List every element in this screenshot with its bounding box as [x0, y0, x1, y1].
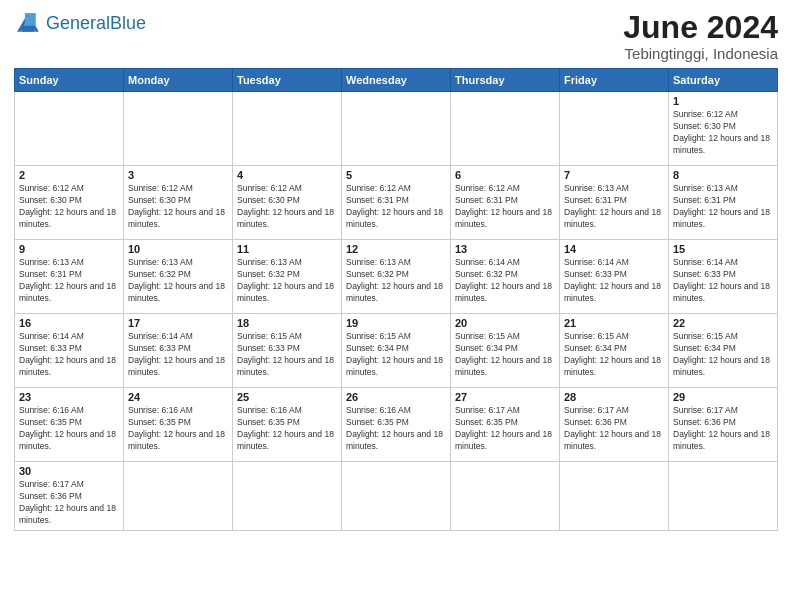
table-row: 1Sunrise: 6:12 AMSunset: 6:30 PMDaylight…	[669, 92, 778, 166]
day-info: Sunrise: 6:14 AMSunset: 6:33 PMDaylight:…	[128, 331, 228, 379]
day-number: 27	[455, 391, 555, 403]
title-block: June 2024 Tebingtinggi, Indonesia	[623, 10, 778, 62]
table-row: 7Sunrise: 6:13 AMSunset: 6:31 PMDaylight…	[560, 166, 669, 240]
table-row	[560, 462, 669, 531]
table-row: 30Sunrise: 6:17 AMSunset: 6:36 PMDayligh…	[15, 462, 124, 531]
table-row: 9Sunrise: 6:13 AMSunset: 6:31 PMDaylight…	[15, 240, 124, 314]
table-row: 8Sunrise: 6:13 AMSunset: 6:31 PMDaylight…	[669, 166, 778, 240]
day-number: 1	[673, 95, 773, 107]
day-number: 22	[673, 317, 773, 329]
day-info: Sunrise: 6:15 AMSunset: 6:34 PMDaylight:…	[455, 331, 555, 379]
day-info: Sunrise: 6:15 AMSunset: 6:34 PMDaylight:…	[346, 331, 446, 379]
svg-rect-2	[22, 26, 34, 32]
day-info: Sunrise: 6:16 AMSunset: 6:35 PMDaylight:…	[128, 405, 228, 453]
day-number: 21	[564, 317, 664, 329]
day-number: 9	[19, 243, 119, 255]
table-row: 19Sunrise: 6:15 AMSunset: 6:34 PMDayligh…	[342, 314, 451, 388]
day-number: 8	[673, 169, 773, 181]
header-friday: Friday	[560, 69, 669, 92]
table-row: 10Sunrise: 6:13 AMSunset: 6:32 PMDayligh…	[124, 240, 233, 314]
calendar-table: Sunday Monday Tuesday Wednesday Thursday…	[14, 68, 778, 531]
table-row: 28Sunrise: 6:17 AMSunset: 6:36 PMDayligh…	[560, 388, 669, 462]
logo-blue: Blue	[110, 13, 146, 33]
day-info: Sunrise: 6:14 AMSunset: 6:33 PMDaylight:…	[19, 331, 119, 379]
day-number: 15	[673, 243, 773, 255]
day-number: 18	[237, 317, 337, 329]
header-thursday: Thursday	[451, 69, 560, 92]
day-info: Sunrise: 6:13 AMSunset: 6:32 PMDaylight:…	[346, 257, 446, 305]
logo: GeneralBlue	[14, 10, 146, 38]
header-tuesday: Tuesday	[233, 69, 342, 92]
day-info: Sunrise: 6:17 AMSunset: 6:35 PMDaylight:…	[455, 405, 555, 453]
day-number: 16	[19, 317, 119, 329]
calendar-week-row: 23Sunrise: 6:16 AMSunset: 6:35 PMDayligh…	[15, 388, 778, 462]
day-info: Sunrise: 6:13 AMSunset: 6:31 PMDaylight:…	[564, 183, 664, 231]
table-row: 24Sunrise: 6:16 AMSunset: 6:35 PMDayligh…	[124, 388, 233, 462]
table-row: 29Sunrise: 6:17 AMSunset: 6:36 PMDayligh…	[669, 388, 778, 462]
day-number: 2	[19, 169, 119, 181]
table-row: 14Sunrise: 6:14 AMSunset: 6:33 PMDayligh…	[560, 240, 669, 314]
table-row: 25Sunrise: 6:16 AMSunset: 6:35 PMDayligh…	[233, 388, 342, 462]
calendar-week-row: 1Sunrise: 6:12 AMSunset: 6:30 PMDaylight…	[15, 92, 778, 166]
table-row: 3Sunrise: 6:12 AMSunset: 6:30 PMDaylight…	[124, 166, 233, 240]
calendar-subtitle: Tebingtinggi, Indonesia	[623, 45, 778, 62]
day-info: Sunrise: 6:12 AMSunset: 6:30 PMDaylight:…	[128, 183, 228, 231]
table-row: 27Sunrise: 6:17 AMSunset: 6:35 PMDayligh…	[451, 388, 560, 462]
table-row: 23Sunrise: 6:16 AMSunset: 6:35 PMDayligh…	[15, 388, 124, 462]
day-info: Sunrise: 6:14 AMSunset: 6:33 PMDaylight:…	[673, 257, 773, 305]
table-row: 15Sunrise: 6:14 AMSunset: 6:33 PMDayligh…	[669, 240, 778, 314]
table-row	[124, 462, 233, 531]
day-info: Sunrise: 6:16 AMSunset: 6:35 PMDaylight:…	[237, 405, 337, 453]
page: GeneralBlue June 2024 Tebingtinggi, Indo…	[0, 0, 792, 541]
header-sunday: Sunday	[15, 69, 124, 92]
table-row: 26Sunrise: 6:16 AMSunset: 6:35 PMDayligh…	[342, 388, 451, 462]
day-number: 25	[237, 391, 337, 403]
logo-general: General	[46, 13, 110, 33]
day-info: Sunrise: 6:15 AMSunset: 6:34 PMDaylight:…	[564, 331, 664, 379]
svg-marker-3	[25, 13, 36, 25]
calendar-week-row: 30Sunrise: 6:17 AMSunset: 6:36 PMDayligh…	[15, 462, 778, 531]
day-number: 14	[564, 243, 664, 255]
calendar-week-row: 2Sunrise: 6:12 AMSunset: 6:30 PMDaylight…	[15, 166, 778, 240]
day-info: Sunrise: 6:17 AMSunset: 6:36 PMDaylight:…	[673, 405, 773, 453]
day-number: 12	[346, 243, 446, 255]
day-info: Sunrise: 6:14 AMSunset: 6:32 PMDaylight:…	[455, 257, 555, 305]
day-number: 20	[455, 317, 555, 329]
calendar-title: June 2024	[623, 10, 778, 45]
day-info: Sunrise: 6:13 AMSunset: 6:31 PMDaylight:…	[19, 257, 119, 305]
day-number: 6	[455, 169, 555, 181]
day-info: Sunrise: 6:12 AMSunset: 6:30 PMDaylight:…	[19, 183, 119, 231]
day-info: Sunrise: 6:17 AMSunset: 6:36 PMDaylight:…	[19, 479, 119, 527]
day-number: 7	[564, 169, 664, 181]
table-row: 2Sunrise: 6:12 AMSunset: 6:30 PMDaylight…	[15, 166, 124, 240]
table-row	[124, 92, 233, 166]
day-info: Sunrise: 6:12 AMSunset: 6:31 PMDaylight:…	[455, 183, 555, 231]
table-row: 22Sunrise: 6:15 AMSunset: 6:34 PMDayligh…	[669, 314, 778, 388]
table-row: 17Sunrise: 6:14 AMSunset: 6:33 PMDayligh…	[124, 314, 233, 388]
header-wednesday: Wednesday	[342, 69, 451, 92]
calendar-header-row: Sunday Monday Tuesday Wednesday Thursday…	[15, 69, 778, 92]
day-number: 23	[19, 391, 119, 403]
day-number: 5	[346, 169, 446, 181]
table-row: 12Sunrise: 6:13 AMSunset: 6:32 PMDayligh…	[342, 240, 451, 314]
table-row	[560, 92, 669, 166]
table-row: 16Sunrise: 6:14 AMSunset: 6:33 PMDayligh…	[15, 314, 124, 388]
table-row	[233, 92, 342, 166]
day-number: 28	[564, 391, 664, 403]
day-number: 19	[346, 317, 446, 329]
table-row: 20Sunrise: 6:15 AMSunset: 6:34 PMDayligh…	[451, 314, 560, 388]
day-number: 11	[237, 243, 337, 255]
day-info: Sunrise: 6:16 AMSunset: 6:35 PMDaylight:…	[346, 405, 446, 453]
day-info: Sunrise: 6:13 AMSunset: 6:32 PMDaylight:…	[237, 257, 337, 305]
day-info: Sunrise: 6:16 AMSunset: 6:35 PMDaylight:…	[19, 405, 119, 453]
table-row: 6Sunrise: 6:12 AMSunset: 6:31 PMDaylight…	[451, 166, 560, 240]
table-row: 21Sunrise: 6:15 AMSunset: 6:34 PMDayligh…	[560, 314, 669, 388]
day-info: Sunrise: 6:13 AMSunset: 6:31 PMDaylight:…	[673, 183, 773, 231]
table-row	[342, 462, 451, 531]
day-number: 24	[128, 391, 228, 403]
day-info: Sunrise: 6:12 AMSunset: 6:30 PMDaylight:…	[673, 109, 773, 157]
table-row	[451, 92, 560, 166]
logo-text: GeneralBlue	[46, 14, 146, 34]
table-row	[451, 462, 560, 531]
table-row: 4Sunrise: 6:12 AMSunset: 6:30 PMDaylight…	[233, 166, 342, 240]
